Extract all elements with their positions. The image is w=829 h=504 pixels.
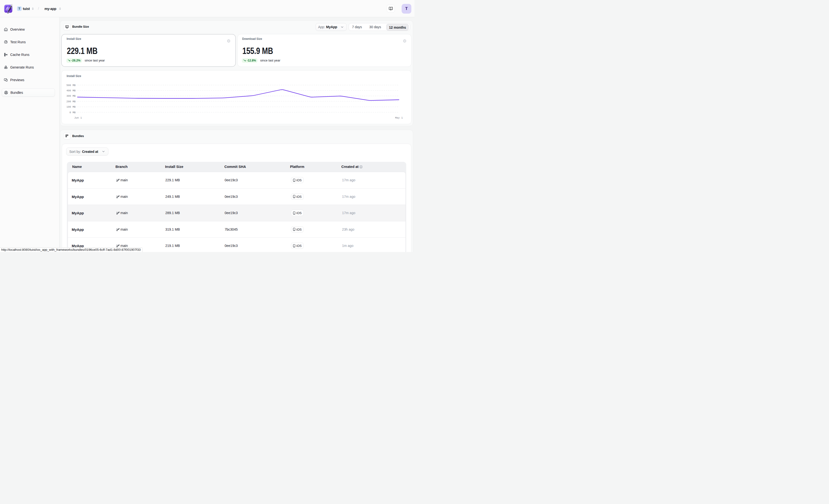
svg-text:300 MB: 300 MB <box>66 94 76 98</box>
svg-text:May 1: May 1 <box>395 116 403 119</box>
svg-text:100 MB: 100 MB <box>66 106 76 108</box>
svg-text:400 MB: 400 MB <box>66 89 76 92</box>
svg-text:200 MB: 200 MB <box>66 100 76 103</box>
svg-text:Jun 1: Jun 1 <box>74 116 82 119</box>
svg-text:0 MB: 0 MB <box>70 111 76 114</box>
svg-text:500 MB: 500 MB <box>66 84 76 87</box>
